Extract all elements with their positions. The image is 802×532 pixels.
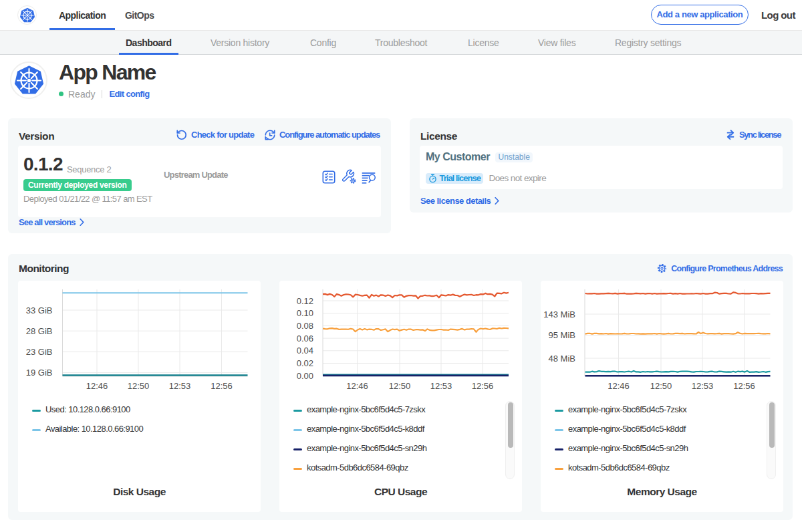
svg-text:12:46: 12:46 [86,381,108,391]
svg-text:12:50: 12:50 [128,381,150,391]
svg-text:12:50: 12:50 [650,381,672,391]
svg-text:0.00: 0.00 [297,371,313,381]
svg-text:12:56: 12:56 [733,381,755,391]
svg-text:33 GiB: 33 GiB [26,305,53,315]
svg-text:0.04: 0.04 [297,346,313,356]
svg-text:0.08: 0.08 [297,321,313,331]
svg-text:0.10: 0.10 [297,308,313,318]
svg-text:12:53: 12:53 [169,381,191,391]
svg-text:12:50: 12:50 [389,381,411,391]
svg-text:95 MiB: 95 MiB [549,330,575,340]
svg-text:28 GiB: 28 GiB [26,326,53,336]
svg-text:12:53: 12:53 [692,381,714,391]
svg-text:23 GiB: 23 GiB [26,347,53,357]
svg-text:12:56: 12:56 [211,381,233,391]
svg-text:12:46: 12:46 [346,381,368,391]
svg-text:0.06: 0.06 [297,334,313,344]
svg-text:143 MiB: 143 MiB [543,309,575,319]
svg-text:19 GiB: 19 GiB [26,368,53,378]
svg-text:12:53: 12:53 [430,381,452,391]
svg-text:48 MiB: 48 MiB [549,354,575,364]
svg-text:0.02: 0.02 [297,358,313,368]
svg-text:12:56: 12:56 [472,381,494,391]
svg-text:0.12: 0.12 [297,296,313,306]
svg-text:12:46: 12:46 [608,381,630,391]
